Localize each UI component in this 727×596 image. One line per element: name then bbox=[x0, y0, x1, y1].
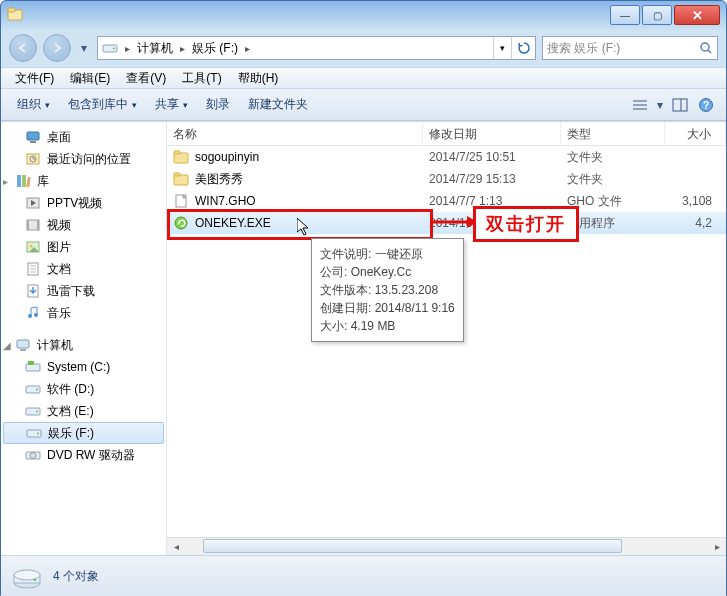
scroll-left-arrow[interactable]: ◂ bbox=[167, 538, 185, 556]
svg-rect-15 bbox=[30, 141, 36, 143]
address-bar[interactable]: ▸ 计算机 ▸ 娱乐 (F:) ▸ ▾ bbox=[97, 36, 536, 60]
view-dropdown[interactable]: ▾ bbox=[654, 93, 666, 117]
breadcrumb-drive[interactable]: 娱乐 (F:) bbox=[188, 37, 242, 59]
refresh-button[interactable] bbox=[511, 37, 535, 59]
content-area: 桌面 最近访问的位置 ▸ 库 PPTV视频 视频 图片 文档 迅雷下载 音乐 bbox=[1, 121, 726, 555]
status-bar: 4 个对象 bbox=[1, 555, 726, 596]
minimize-button[interactable]: — bbox=[610, 5, 640, 25]
sidebar-drive-c[interactable]: System (C:) bbox=[1, 356, 166, 378]
download-icon bbox=[25, 283, 41, 299]
column-size[interactable]: 大小 bbox=[665, 122, 726, 145]
desktop-icon bbox=[25, 129, 41, 145]
sidebar-item-label: 库 bbox=[37, 173, 49, 190]
view-mode-button[interactable] bbox=[628, 93, 652, 117]
help-button[interactable]: ? bbox=[694, 93, 718, 117]
column-name[interactable]: 名称 bbox=[167, 122, 423, 145]
sidebar-drive-f[interactable]: 娱乐 (F:) bbox=[3, 422, 164, 444]
chevron-right-icon[interactable]: ▸ bbox=[242, 43, 253, 54]
column-headers: 名称 修改日期 类型 大小 bbox=[167, 122, 726, 146]
maximize-button[interactable]: ▢ bbox=[642, 5, 672, 25]
file-name: 美图秀秀 bbox=[195, 171, 243, 188]
chevron-right-icon[interactable]: ▸ bbox=[122, 43, 133, 54]
sidebar-pptv[interactable]: PPTV视频 bbox=[1, 192, 166, 214]
nav-row: ▾ ▸ 计算机 ▸ 娱乐 (F:) ▸ ▾ 搜索 娱乐 (F:) bbox=[1, 29, 726, 67]
sidebar-item-label: 迅雷下载 bbox=[47, 283, 95, 300]
toolbar-include[interactable]: 包含到库中▾ bbox=[60, 93, 145, 117]
sidebar-video[interactable]: 视频 bbox=[1, 214, 166, 236]
svg-point-65 bbox=[34, 578, 36, 580]
sidebar-recent[interactable]: 最近访问的位置 bbox=[1, 148, 166, 170]
file-row[interactable]: sogoupinyin 2014/7/25 10:51 文件夹 bbox=[167, 146, 726, 168]
folder-icon bbox=[173, 149, 189, 165]
documents-icon bbox=[25, 261, 41, 277]
annotation-arrow bbox=[433, 212, 473, 232]
file-row[interactable]: 美图秀秀 2014/7/29 15:13 文件夹 bbox=[167, 168, 726, 190]
titlebar: — ▢ ✕ bbox=[1, 1, 726, 29]
address-dropdown[interactable]: ▾ bbox=[493, 37, 511, 59]
search-placeholder: 搜索 娱乐 (F:) bbox=[547, 40, 620, 57]
toolbar-newfolder[interactable]: 新建文件夹 bbox=[240, 93, 316, 117]
svg-text:?: ? bbox=[703, 100, 709, 111]
svg-rect-20 bbox=[17, 175, 21, 187]
horizontal-scrollbar[interactable]: ◂ ▸ bbox=[167, 537, 726, 555]
sidebar-item-label: 音乐 bbox=[47, 305, 71, 322]
svg-point-29 bbox=[30, 245, 33, 248]
file-size: 4,2 bbox=[665, 216, 726, 230]
menu-file[interactable]: 文件(F) bbox=[7, 68, 62, 88]
file-name: sogoupinyin bbox=[195, 150, 259, 164]
sidebar-item-label: PPTV视频 bbox=[47, 195, 102, 212]
menu-tools[interactable]: 工具(T) bbox=[174, 68, 229, 88]
video-icon bbox=[25, 217, 41, 233]
sidebar-dvd[interactable]: DVD RW 驱动器 bbox=[1, 444, 166, 466]
sidebar-xunlei[interactable]: 迅雷下载 bbox=[1, 280, 166, 302]
breadcrumb-computer[interactable]: 计算机 bbox=[133, 37, 177, 59]
back-button[interactable] bbox=[9, 34, 37, 62]
drive-icon bbox=[25, 381, 41, 397]
menu-bar: 文件(F) 编辑(E) 查看(V) 工具(T) 帮助(H) bbox=[1, 67, 726, 89]
chevron-right-icon[interactable]: ▸ bbox=[177, 43, 188, 54]
menu-edit[interactable]: 编辑(E) bbox=[62, 68, 118, 88]
toolbar-burn[interactable]: 刻录 bbox=[198, 93, 238, 117]
svg-rect-42 bbox=[28, 361, 34, 365]
svg-point-4 bbox=[701, 43, 709, 51]
menu-help[interactable]: 帮助(H) bbox=[230, 68, 287, 88]
toolbar-share[interactable]: 共享▾ bbox=[147, 93, 196, 117]
drive-icon bbox=[102, 40, 118, 56]
sidebar-drive-d[interactable]: 软件 (D:) bbox=[1, 378, 166, 400]
computer-icon bbox=[15, 337, 31, 353]
search-icon bbox=[699, 41, 713, 55]
svg-rect-26 bbox=[27, 220, 29, 230]
file-row[interactable]: WIN7.GHO 2014/7/7 1:13 GHO 文件 3,108 bbox=[167, 190, 726, 212]
sidebar-drive-e[interactable]: 文档 (E:) bbox=[1, 400, 166, 422]
svg-rect-1 bbox=[8, 8, 15, 12]
toolbar-organize[interactable]: 组织▾ bbox=[9, 93, 58, 117]
pictures-icon bbox=[25, 239, 41, 255]
sidebar-documents[interactable]: 文档 bbox=[1, 258, 166, 280]
menu-view[interactable]: 查看(V) bbox=[118, 68, 174, 88]
collapse-icon[interactable]: ◢ bbox=[3, 340, 11, 351]
libraries-icon bbox=[15, 173, 31, 189]
column-type[interactable]: 类型 bbox=[561, 122, 665, 145]
column-date[interactable]: 修改日期 bbox=[423, 122, 561, 145]
sidebar-libraries[interactable]: ▸ 库 bbox=[1, 170, 166, 192]
sidebar-desktop[interactable]: 桌面 bbox=[1, 126, 166, 148]
file-name: WIN7.GHO bbox=[195, 194, 256, 208]
sidebar-music[interactable]: 音乐 bbox=[1, 302, 166, 324]
svg-point-46 bbox=[36, 411, 38, 413]
svg-rect-14 bbox=[27, 132, 39, 140]
sidebar-computer[interactable]: ◢ 计算机 bbox=[1, 334, 166, 356]
close-button[interactable]: ✕ bbox=[674, 5, 720, 25]
preview-pane-button[interactable] bbox=[668, 93, 692, 117]
scroll-right-arrow[interactable]: ▸ bbox=[708, 538, 726, 556]
expand-icon[interactable]: ▸ bbox=[3, 176, 8, 187]
sidebar-pictures[interactable]: 图片 bbox=[1, 236, 166, 258]
forward-button[interactable] bbox=[43, 34, 71, 62]
nav-history-dropdown[interactable]: ▾ bbox=[77, 36, 91, 60]
sidebar: 桌面 最近访问的位置 ▸ 库 PPTV视频 视频 图片 文档 迅雷下载 音乐 bbox=[1, 122, 167, 555]
folder-icon bbox=[173, 171, 189, 187]
file-type: 文件夹 bbox=[561, 171, 665, 188]
sidebar-item-label: 软件 (D:) bbox=[47, 381, 94, 398]
sidebar-item-label: 娱乐 (F:) bbox=[48, 425, 94, 442]
search-input[interactable]: 搜索 娱乐 (F:) bbox=[542, 36, 718, 60]
file-icon bbox=[173, 193, 189, 209]
